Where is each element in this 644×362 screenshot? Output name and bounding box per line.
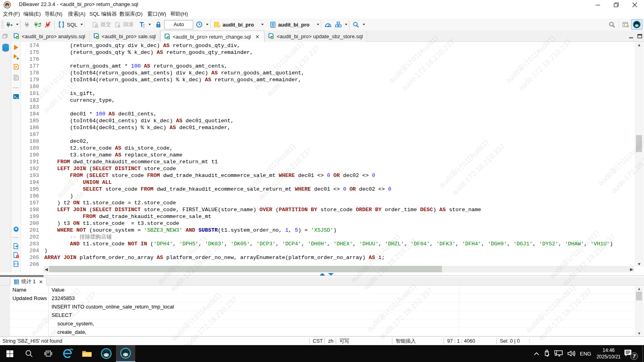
maximize-view-icon[interactable] (637, 34, 642, 39)
start-button[interactable] (0, 345, 19, 362)
commit-button[interactable]: 提交 (91, 20, 112, 29)
editor-toolbar-more-dots[interactable]: .... (13, 234, 19, 241)
editor-horizontal-scrollbar[interactable]: ◀ ▶ (43, 266, 634, 272)
execute-statement-button[interactable] (13, 44, 19, 51)
tray-volume-icon[interactable] (565, 345, 577, 362)
window-restore-button[interactable] (607, 0, 625, 10)
scroll-right-arrow[interactable]: ▶ (629, 267, 634, 272)
status-cell-4[interactable]: 智能插入 (392, 338, 444, 344)
editor-toolbar-more-dots[interactable]: .... (13, 84, 19, 91)
menu-item-4[interactable]: 搜索(A) (68, 10, 85, 18)
connection-dropdown[interactable] (261, 24, 264, 25)
editor-tab-4[interactable]: <audit_bi_pro> update_sbz_store.sql (264, 31, 367, 42)
tray-language-indicator[interactable]: ENG (577, 351, 594, 357)
commit-mode-dropdown[interactable] (345, 24, 347, 25)
tab-close-icon[interactable]: ✕ (254, 34, 260, 40)
dbeaver-taskbar-button-active[interactable] (116, 345, 135, 362)
script-source-icon[interactable] (13, 261, 19, 267)
results-row-2[interactable]: INSERT INTO custom_online_sale_return_tm… (10, 302, 635, 311)
results-vscroll-thumb[interactable] (636, 292, 642, 300)
notification-center-button[interactable]: 7 (623, 345, 640, 362)
editor-hscroll-thumb[interactable] (49, 266, 442, 272)
status-cell-1[interactable]: CST (309, 338, 324, 344)
export-result-icon[interactable] (13, 243, 19, 249)
schema-dropdown[interactable] (317, 24, 319, 25)
menu-item-2[interactable]: 编辑(E) (23, 10, 41, 18)
scroll-left-arrow[interactable]: ◀ (43, 267, 49, 272)
status-cell-5[interactable]: 97 : 1 : 4060 (444, 338, 496, 344)
explain-plan-button[interactable] (13, 74, 19, 81)
execute-script-button[interactable] (13, 64, 19, 70)
commit-mode-button[interactable] (334, 20, 343, 29)
transaction-log-button[interactable] (138, 20, 147, 29)
menu-item-5[interactable]: SQL 编辑器 (89, 10, 117, 18)
execute-new-tab-button[interactable] (13, 53, 19, 60)
results-row-1[interactable]: Updated Rows23245853 (10, 294, 635, 302)
results-tab-statistics[interactable]: 统计 1 ✕ (10, 277, 47, 286)
menu-item-8[interactable]: 帮助(H) (170, 10, 188, 18)
menu-item-1[interactable]: 文件(F) (3, 10, 20, 18)
script-error-icon[interactable] (13, 252, 19, 258)
database-navigator-icon[interactable] (2, 43, 10, 52)
sql-editor-button[interactable]: SQL (57, 20, 78, 29)
results-tab-close-icon[interactable]: ✕ (39, 279, 43, 285)
reconnect-button[interactable] (32, 20, 42, 29)
tray-clock[interactable]: 14:462025/10/21 (594, 347, 623, 360)
schema-selector[interactable]: audit_bi_pro (268, 20, 311, 29)
editor-results-sash[interactable] (0, 272, 644, 277)
editor-vertical-scrollbar[interactable]: ▲ ▼ (635, 42, 644, 267)
results-vertical-scrollbar[interactable]: ▲ ▼ (635, 286, 644, 336)
transaction-dropdown[interactable] (149, 24, 151, 25)
tray-network-icon[interactable] (552, 345, 565, 362)
toolbar-search-button[interactable] (351, 20, 361, 29)
open-shell-button[interactable] (13, 93, 19, 100)
history-dropdown[interactable] (206, 24, 208, 25)
sash-minimize-arrow[interactable] (328, 273, 334, 276)
window-minimize-button[interactable] (588, 0, 607, 10)
connection-selector[interactable]: audit_bi_pro (213, 20, 255, 29)
editor-tab-3-active[interactable]: <audit_bi_pro> return_change.sql✕ (160, 31, 264, 42)
scroll-down-arrow[interactable]: ▼ (635, 261, 644, 267)
file-explorer-button[interactable] (77, 345, 97, 362)
dbeaver-perspective-button[interactable] (631, 19, 642, 30)
editor-tab-1[interactable]: <audit_bi_pro> analysis.sql (10, 31, 90, 42)
task-view-button[interactable] (39, 345, 58, 362)
results-row-4[interactable]: source_system, (10, 319, 635, 328)
quick-access-search-button[interactable] (607, 20, 617, 29)
dashboard-button[interactable] (323, 20, 333, 29)
internet-explorer-button[interactable] (58, 345, 77, 362)
sql-editor-dropdown[interactable] (80, 24, 83, 25)
scroll-down-arrow[interactable]: ▼ (635, 331, 644, 336)
results-row-5[interactable]: create_date, (10, 328, 635, 336)
sash-maximize-arrow[interactable] (320, 273, 325, 276)
new-connection-dropdown[interactable] (16, 24, 19, 25)
autocommit-combo[interactable]: Auto (164, 20, 193, 29)
code-editor[interactable]: (return_goods_qty div k_dec) AS return_g… (44, 42, 634, 268)
status-cell-2[interactable]: zh (324, 338, 336, 344)
dbeaver-taskbar-button[interactable] (97, 345, 116, 362)
status-overflow-dots[interactable]: ⋮ (525, 338, 533, 343)
status-cell-3[interactable]: 可写 (336, 338, 392, 344)
open-perspective-button[interactable] (621, 20, 631, 29)
editor-settings-gear-icon[interactable] (13, 226, 19, 232)
lock-button[interactable] (154, 20, 163, 29)
disconnect-button[interactable] (43, 20, 52, 29)
rollback-button[interactable]: 回滚 (113, 20, 135, 29)
scroll-up-arrow[interactable]: ▲ (635, 286, 644, 291)
tray-usb-icon[interactable] (541, 345, 552, 362)
results-row-3[interactable]: SELECT (10, 311, 635, 319)
scroll-up-arrow[interactable]: ▲ (635, 42, 644, 47)
tray-expand-button[interactable] (532, 345, 541, 362)
connect-button[interactable] (23, 20, 31, 29)
statistics-table[interactable]: NameValueUpdated Rows23245853INSERT INTO… (10, 286, 635, 336)
taskbar-search-button[interactable] (19, 345, 39, 362)
window-close-button[interactable] (625, 0, 644, 10)
menu-item-6[interactable]: 数据库(D) (120, 10, 142, 18)
menu-item-7[interactable]: 窗口(W) (147, 10, 166, 18)
menu-item-3[interactable]: 导航(N) (45, 10, 62, 18)
search-dropdown[interactable] (363, 24, 365, 25)
editor-tab-2[interactable]: <audit_bi_pro> sale.sql (90, 31, 160, 42)
new-connection-button[interactable] (4, 20, 14, 29)
restore-panel-corner[interactable] (0, 31, 10, 42)
show-desktop-edge[interactable] (642, 345, 644, 362)
